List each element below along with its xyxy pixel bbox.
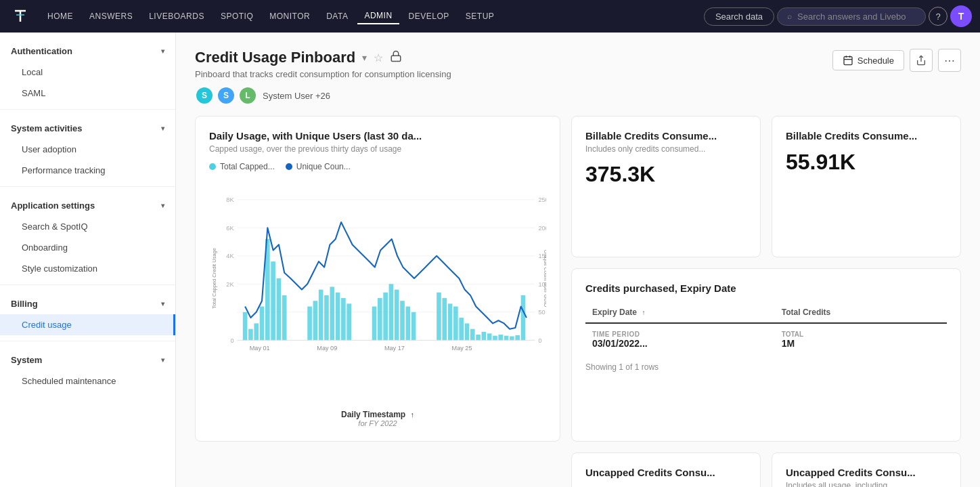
- sidebar-section-system-activities-label: System activities: [11, 123, 83, 133]
- chart-legend: Total Capped... Unique Coun...: [209, 162, 546, 171]
- star-icon[interactable]: ☆: [374, 51, 383, 64]
- svg-rect-30: [248, 329, 253, 341]
- sidebar-section-billing[interactable]: Billing ▾: [0, 291, 175, 314]
- nav-home[interactable]: HOME: [41, 9, 80, 24]
- svg-rect-31: [254, 323, 259, 340]
- svg-rect-46: [378, 298, 382, 340]
- billable-credits-subtitle-1: Includes only credits consumed...: [585, 144, 747, 154]
- nav-liveboards[interactable]: LIVEBOARDS: [142, 9, 211, 24]
- sidebar-section-system-activities[interactable]: System activities ▾: [0, 115, 175, 139]
- svg-text:May 01: May 01: [250, 345, 270, 352]
- svg-text:Total Capped Credit Usage: Total Capped Credit Usage: [211, 248, 217, 309]
- nav-admin[interactable]: ADMIN: [357, 8, 399, 24]
- uncapped-credits-title-1: Uncapped Credits Consu...: [585, 467, 747, 478]
- pinboard-title: Credit Usage Pinboard: [195, 49, 355, 66]
- sidebar-item-local[interactable]: Local: [0, 62, 175, 83]
- sidebar-item-search-spotiq[interactable]: Search & SpotIQ: [0, 216, 175, 237]
- billable-credits-card-2: Billable Credits Consume... 55.91K: [772, 116, 961, 257]
- svg-rect-68: [521, 295, 526, 340]
- svg-text:200: 200: [538, 225, 546, 232]
- billable-credits-value-2: 55.91K: [786, 150, 947, 175]
- svg-rect-51: [406, 307, 411, 341]
- chevron-down-icon: ▾: [161, 125, 164, 132]
- sidebar-section-application-settings[interactable]: Application settings ▾: [0, 192, 175, 216]
- sidebar-section-system[interactable]: System ▾: [0, 347, 175, 370]
- svg-text:4K: 4K: [226, 253, 233, 259]
- svg-text:2K: 2K: [226, 281, 233, 288]
- sidebar-item-style-customization[interactable]: Style customization: [0, 258, 175, 279]
- chart-title: Daily Usage, with Unique Users (last 30 …: [209, 130, 546, 142]
- svg-text:50: 50: [538, 309, 545, 316]
- svg-rect-42: [336, 293, 340, 341]
- sort-icon: ↑: [642, 309, 645, 316]
- credits-table: Expiry Date ↑ Total Credits TIME PERIOD: [585, 302, 947, 356]
- pinboard-description: Pinboard that tracks credit consumption …: [195, 69, 451, 79]
- search-input[interactable]: [797, 12, 906, 22]
- chart-subtitle: Capped usage, over the previous thirty d…: [209, 144, 546, 154]
- svg-text:May 17: May 17: [384, 345, 405, 352]
- svg-rect-61: [482, 332, 487, 340]
- total-credits-header[interactable]: Total Credits: [775, 302, 947, 323]
- sort-icon: ↑: [411, 410, 415, 419]
- lock-icon[interactable]: [390, 50, 402, 65]
- svg-rect-36: [282, 295, 287, 340]
- schedule-button[interactable]: Schedule: [832, 50, 904, 70]
- svg-rect-59: [470, 329, 475, 341]
- sidebar-item-saml[interactable]: SAML: [0, 83, 175, 104]
- svg-rect-48: [389, 284, 394, 340]
- sidebar-section-authentication[interactable]: Authentication ▾: [0, 38, 175, 62]
- legend-item-unique: Unique Coun...: [286, 162, 351, 171]
- svg-rect-55: [448, 303, 453, 340]
- svg-rect-53: [437, 293, 441, 341]
- sidebar-item-credit-usage[interactable]: Credit usage: [0, 314, 175, 335]
- svg-rect-38: [313, 301, 318, 340]
- share-button[interactable]: [910, 49, 933, 72]
- billable-credits-card-1: Billable Credits Consume... Includes onl…: [571, 116, 761, 257]
- expiry-date-header[interactable]: Expiry Date ↑: [585, 302, 775, 323]
- svg-rect-67: [515, 335, 520, 340]
- sidebar-item-onboarding[interactable]: Onboarding: [0, 237, 175, 258]
- app-logo[interactable]: [8, 4, 32, 28]
- svg-rect-56: [453, 307, 458, 341]
- nav-develop[interactable]: DEVELOP: [402, 9, 456, 24]
- svg-rect-45: [372, 307, 377, 341]
- global-search: ⌕: [777, 7, 926, 26]
- sidebar-item-scheduled-maintenance[interactable]: Scheduled maintenance: [0, 370, 175, 391]
- chevron-down-icon: ▾: [161, 47, 164, 55]
- nav-data[interactable]: DATA: [319, 9, 355, 24]
- svg-text:0: 0: [538, 337, 541, 344]
- sidebar: Authentication ▾ Local SAML System activ…: [0, 33, 176, 487]
- svg-rect-32: [260, 307, 265, 341]
- nav-setup[interactable]: SETUP: [459, 9, 502, 24]
- top-navigation: HOME ANSWERS LIVEBOARDS SPOTIQ MONITOR D…: [0, 0, 980, 33]
- svg-rect-60: [476, 335, 481, 340]
- svg-rect-64: [498, 335, 503, 340]
- user-avatar[interactable]: T: [950, 5, 972, 27]
- sidebar-section-system-label: System: [11, 355, 42, 365]
- nav-monitor[interactable]: MONITOR: [263, 9, 317, 24]
- svg-rect-5: [844, 57, 852, 65]
- avatar-s1: S: [195, 86, 214, 105]
- svg-rect-35: [277, 278, 282, 340]
- svg-text:250: 250: [538, 196, 546, 203]
- svg-text:8K: 8K: [226, 196, 233, 203]
- svg-rect-66: [510, 336, 514, 340]
- sidebar-item-performance-tracking[interactable]: Performance tracking: [0, 160, 175, 181]
- uncapped-credits-card-2: Uncapped Credits Consu... Includes all u…: [772, 452, 961, 487]
- sidebar-item-user-adoption[interactable]: User adoption: [0, 139, 175, 160]
- svg-rect-29: [243, 312, 248, 341]
- nav-spotiq[interactable]: SPOTIQ: [214, 9, 260, 24]
- help-button[interactable]: ?: [929, 7, 948, 26]
- total-credits-cell: TOTAL 1M: [775, 323, 947, 356]
- table-row: TIME PERIOD 03/01/2022... TOTAL 1M: [585, 323, 947, 356]
- svg-rect-52: [411, 312, 416, 341]
- more-options-button[interactable]: ⋯: [938, 49, 961, 72]
- showing-rows-label: Showing 1 of 1 rows: [585, 362, 947, 372]
- pinboard-users: S S L System User +26: [195, 86, 451, 105]
- search-data-button[interactable]: Search data: [704, 7, 774, 26]
- title-dropdown-icon[interactable]: ▾: [362, 52, 367, 63]
- share-icon: [916, 55, 927, 66]
- sidebar-section-authentication-label: Authentication: [11, 46, 72, 56]
- credits-table-card: Credits purchased, Expiry Date Expiry Da…: [571, 268, 961, 442]
- nav-answers[interactable]: ANSWERS: [83, 9, 139, 24]
